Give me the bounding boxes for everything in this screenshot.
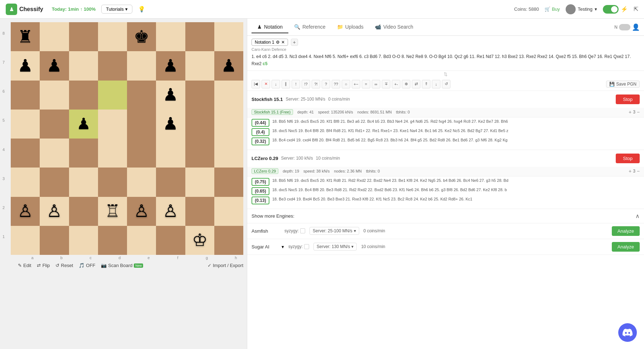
chess-board[interactable]: ♜ ♚ ♟ ♟ ♟ ♟ [11,22,243,255]
tab-reference[interactable]: 🔍 Reference [288,21,331,33]
square-c8[interactable] [69,22,98,51]
close-icon[interactable]: ✕ [281,40,285,45]
square-b1[interactable] [40,226,69,255]
reset-button[interactable]: ↺ Reset [55,263,73,268]
ann-btn-mp[interactable]: ∓ [382,80,390,88]
square-e3[interactable] [127,168,156,197]
stockfish-moves-1[interactable]: 18. Bb5 Nf6 19. dxc5 Bxc5 20. Kf1 Bf8 21… [272,119,516,124]
square-f3[interactable] [156,168,185,197]
square-c1[interactable] [69,226,98,255]
import-button[interactable]: ✓ Import / Export [208,263,243,268]
ann-btn-down[interactable]: ↓ [432,80,440,88]
square-h2[interactable] [214,197,243,226]
square-h6[interactable] [214,81,243,110]
last-move[interactable]: c5 [263,61,267,66]
tutorials-button[interactable]: Tutorials ▾ [101,5,132,14]
square-d5[interactable] [98,110,127,139]
ann-btn-excl-q[interactable]: !? [302,80,310,88]
square-c7[interactable] [69,51,98,80]
square-f8[interactable] [156,22,185,51]
edit-button[interactable]: ✎ Edit [18,263,31,268]
ann-btn-arrows[interactable]: ⇄ [412,80,420,88]
square-g8[interactable] [185,22,214,51]
scan-button[interactable]: 📷 Scan Board New [101,263,143,268]
ann-btn-up-arrow[interactable]: ⇑ [422,80,430,88]
square-c5[interactable]: ♟ [69,110,98,139]
square-h7[interactable]: ♟ [214,51,243,80]
square-b8[interactable] [40,22,69,51]
square-g2[interactable] [185,197,214,226]
ann-btn-eq[interactable]: = [362,80,370,88]
square-d1[interactable] [98,226,127,255]
square-a4[interactable] [11,139,40,168]
square-a6[interactable] [11,81,40,110]
show-more-chevron[interactable]: ∧ [635,213,640,219]
square-f5[interactable]: ♟ [156,110,185,139]
lczero-add-line[interactable]: + [629,168,631,174]
square-c6[interactable] [69,81,98,110]
stockfish-moves-2[interactable]: 18. dxc5 Nxc5 19. Bc4 Bf8 20. Bf4 Rd8 21… [272,128,516,134]
sugarai-analyze-button[interactable]: Analyze [612,242,640,252]
square-b4[interactable] [40,139,69,168]
square-e2[interactable]: ♙ [127,197,156,226]
discord-button[interactable] [618,323,637,342]
stockfish-add-line[interactable]: + [629,109,631,115]
ann-btn-reset[interactable]: ↺ [442,80,450,88]
sugarai-dropdown-icon[interactable]: ▾ [282,244,284,249]
square-h1[interactable] [214,226,243,255]
lczero-remove-line[interactable]: − [637,168,640,174]
sugarai-syzygy-checkbox[interactable] [304,244,309,249]
tab-video-search[interactable]: 📹 Video Search [369,21,419,33]
square-c2[interactable] [69,197,98,226]
ann-btn-prev[interactable]: ↓ [272,80,280,88]
square-h3[interactable] [214,168,243,197]
notation-tab-1[interactable]: Notation 1 ⚙ ✕ [252,39,288,46]
asmfish-analyze-button[interactable]: Analyze [612,226,640,236]
asmfish-server-dropdown[interactable]: Server: 25-100 MN/s ▾ [309,227,359,235]
square-h8[interactable] [214,22,243,51]
ann-btn-pm2[interactable]: +- [392,80,400,88]
square-f6[interactable]: ♟ [156,81,185,110]
ann-btn-pm[interactable]: +− [352,80,360,88]
stockfish-stop-button[interactable]: Stop [616,94,640,104]
square-d8[interactable] [98,22,127,51]
square-e4[interactable] [127,139,156,168]
square-e5[interactable] [127,110,156,139]
off-button[interactable]: 🎵 OFF [79,263,95,268]
flip-button[interactable]: ⇄ Flip [37,263,50,268]
lczero-moves-2[interactable]: 18. dxc5 Nxc5 19. Bc4 Bf8 20. Be3 Rd8 21… [272,187,516,193]
resize-handle[interactable]: ⇅ [247,71,644,78]
square-g6[interactable] [185,81,214,110]
square-d2[interactable]: ♖ [98,197,127,226]
square-b2[interactable]: ♙ [40,197,69,226]
ann-btn-q[interactable]: ? [322,80,330,88]
square-c4[interactable] [69,139,98,168]
lczero-moves-1[interactable]: 18. Bb5 Nf6 19. dxc5 Bxc5 20. Kf1 Rd8 21… [272,178,516,183]
stockfish-remove-line[interactable]: − [637,109,640,115]
ann-btn-qq[interactable]: ?? [332,80,340,88]
ann-btn-next[interactable]: ∥ [282,80,290,88]
stockfish-moves-3[interactable]: 18. Bc4 cxd4 19. cxd4 Bf8 20. Bf4 Rd8 21… [272,137,516,143]
add-notation-tab-button[interactable]: + [291,39,298,46]
square-g4[interactable] [185,139,214,168]
settings-icon[interactable]: ⚙ [276,40,280,45]
ann-btn-cross[interactable]: ⊕ [402,80,410,88]
lczero-moves-3[interactable]: 18. Be3 cxd4 19. Bxd4 Bc5 20. Be3 Bxe3 2… [272,197,516,202]
square-b7[interactable]: ♟ [40,51,69,80]
square-h4[interactable] [214,139,243,168]
main-toggle[interactable] [603,5,619,14]
ann-btn-excl[interactable]: ! [292,80,300,88]
square-f7[interactable]: ♟ [156,51,185,80]
square-a7[interactable]: ♟ [11,51,40,80]
square-g3[interactable] [185,168,214,197]
ann-btn-inf[interactable]: ∞ [372,80,380,88]
square-b5[interactable] [40,110,69,139]
square-f1[interactable] [156,226,185,255]
ann-btn-circle[interactable]: ○ [342,80,350,88]
square-g7[interactable] [185,51,214,80]
buy-button[interactable]: 🛒 Buy [545,6,560,12]
square-a8[interactable]: ♜ [11,22,40,51]
tab-uploads[interactable]: 📁 Uploads [331,21,369,33]
square-f2[interactable]: ♙ [156,197,185,226]
square-g5[interactable] [185,110,214,139]
